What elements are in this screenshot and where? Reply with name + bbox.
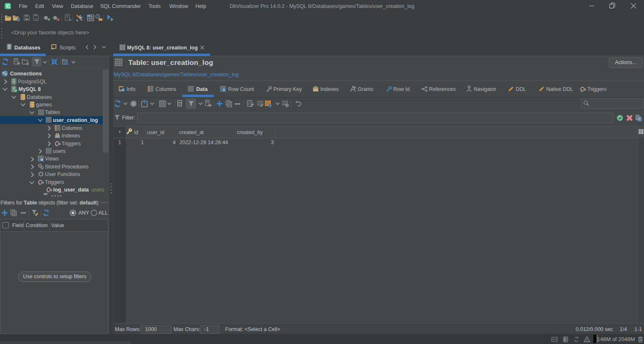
svg-text:1: 1 [223,88,225,91]
